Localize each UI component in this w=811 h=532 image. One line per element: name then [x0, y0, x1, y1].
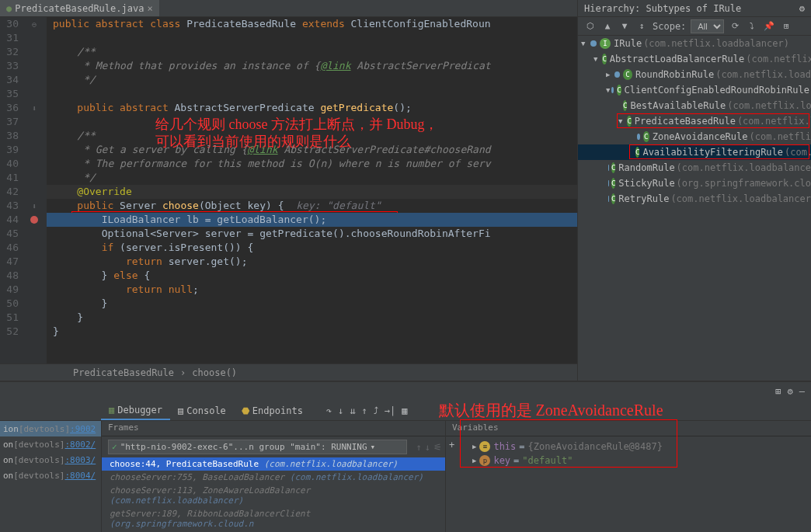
autoscroll-icon[interactable]: ⤵: [746, 20, 758, 33]
variables-panel: Variables + ▶ ≡ this = {ZoneAvoidanceRul…: [446, 421, 811, 532]
variable-row[interactable]: ▶ ≡ this = {ZoneAvoidanceRule@8487}: [449, 440, 808, 454]
expander-icon[interactable]: ▼: [581, 40, 589, 47]
variables-list[interactable]: + ▶ ≡ this = {ZoneAvoidanceRule@8487}▶ p…: [446, 436, 811, 532]
add-watch-icon[interactable]: +: [449, 440, 454, 450]
subtypes-icon[interactable]: ▼: [618, 20, 631, 33]
expander-icon[interactable]: ▼: [593, 55, 597, 63]
class-hierarchy-icon[interactable]: ⬡: [584, 20, 597, 33]
tree-node[interactable]: ▼CAbstractLoadBalancerRule (com.netflix.…: [578, 51, 811, 67]
tree-node[interactable]: CZoneAvoidanceRule (com.netfli: [578, 129, 811, 144]
stack-frame[interactable]: chooseServer:113, ZoneAwareLoadBalancer …: [102, 484, 445, 507]
variable-icon: p: [479, 455, 490, 466]
tree-node[interactable]: CRetryRule (com.netflix.loadbalancer: [578, 191, 811, 207]
code-line[interactable]: } else {: [47, 269, 577, 283]
hierarchy-tree[interactable]: ▼IIRule (com.netflix.loadbalancer)▼CAbst…: [578, 36, 811, 381]
gear-icon[interactable]: [799, 3, 805, 14]
code-line[interactable]: * Method that provides an instance of {@…: [47, 59, 577, 73]
chevron-down-icon: ▾: [371, 442, 376, 452]
variable-icon: ≡: [479, 441, 490, 452]
code-line[interactable]: [47, 31, 577, 45]
scope-select[interactable]: All: [691, 19, 724, 33]
code-line[interactable]: Optional<Server> server = getPredicate()…: [47, 227, 577, 241]
endpoints-icon: ⬣: [242, 405, 249, 416]
code-line[interactable]: }: [47, 325, 577, 339]
breakpoint-gutter[interactable]: ⊖⬇⬇: [22, 17, 47, 363]
code-line[interactable]: public Server choose(Object key) { key: …: [47, 199, 577, 213]
tree-node[interactable]: CAvailabilityFilteringRule (com.n: [578, 144, 811, 160]
code-line[interactable]: }: [47, 297, 577, 311]
tab-endpoints[interactable]: ⬣ Endpoints: [234, 402, 311, 419]
code-line[interactable]: [47, 115, 577, 129]
thread-selector[interactable]: ✓ "http-nio-9002-exec-6"...n group "main…: [108, 440, 407, 454]
force-step-into-icon[interactable]: ⇊: [350, 405, 355, 416]
debug-session[interactable]: on [devtools] :8004/: [0, 468, 101, 483]
variable-row[interactable]: ▶ p key = "default": [449, 454, 808, 468]
code-line[interactable]: /**: [47, 129, 577, 143]
restore-layout-icon[interactable]: ⊞: [775, 386, 781, 397]
run-to-cursor-icon[interactable]: →|: [385, 405, 395, 416]
tree-node[interactable]: ▼IIRule (com.netflix.loadbalancer): [578, 36, 811, 51]
tree-node[interactable]: CStickyRule (org.springframework.clo: [578, 176, 811, 191]
prev-frame-icon[interactable]: ↑: [416, 442, 422, 453]
expander-icon[interactable]: ▶: [606, 71, 613, 78]
supertypes-icon[interactable]: ▲: [601, 20, 614, 33]
code-line[interactable]: public abstract class PredicateBasedRule…: [47, 17, 577, 31]
code-line[interactable]: public abstract AbstractServerPredicate …: [47, 101, 577, 115]
tree-node[interactable]: ▶CRoundRobinRule (com.netflix.load: [578, 67, 811, 82]
hierarchy-title: Hierarchy: Subtypes of IRule: [584, 3, 741, 14]
gear-icon[interactable]: [788, 386, 793, 397]
debug-session[interactable]: on [devtools] :8002/: [0, 436, 101, 452]
filter-icon[interactable]: ⚟: [433, 442, 442, 453]
code-line[interactable]: [47, 87, 577, 101]
breadcrumb-class[interactable]: PredicateBasedRule: [70, 367, 177, 378]
refresh-icon[interactable]: ⟳: [729, 20, 741, 33]
next-frame-icon[interactable]: ↓: [425, 442, 430, 453]
breadcrumb-method[interactable]: choose(): [189, 367, 240, 378]
variables-title: Variables: [446, 421, 811, 436]
frames-title: Frames: [102, 421, 445, 436]
stack-frame[interactable]: chooseServer:755, BaseLoadBalancer (com.…: [102, 471, 445, 484]
minimize-icon[interactable]: [799, 386, 805, 397]
drop-frame-icon[interactable]: ⤴: [374, 405, 378, 416]
class-icon: C: [635, 147, 639, 158]
code-line[interactable]: /**: [47, 45, 577, 59]
tree-node[interactable]: ▼CPredicateBasedRule (com.netflix.lo: [578, 113, 811, 129]
code-line[interactable]: @Override: [47, 185, 577, 199]
code-line[interactable]: */: [47, 171, 577, 185]
expander-icon[interactable]: ▼: [618, 117, 622, 125]
debug-session[interactable]: ion [devtools] :9002: [0, 421, 101, 436]
tree-node[interactable]: CRandomRule (com.netflix.loadbalance: [578, 160, 811, 176]
code-line[interactable]: */: [47, 73, 577, 87]
code-line[interactable]: return null;: [47, 283, 577, 297]
step-out-icon[interactable]: ↑: [362, 405, 367, 416]
code-line[interactable]: * Get a server by calling {@link Abstrac…: [47, 143, 577, 157]
step-over-icon[interactable]: ↷: [326, 405, 332, 416]
tab-console[interactable]: ▤ Console: [170, 402, 234, 419]
editor-tab[interactable]: ● PredicateBasedRule.java ×: [0, 0, 159, 16]
pin-icon[interactable]: 📌: [763, 20, 775, 33]
frames-list[interactable]: choose:44, PredicateBasedRule (com.netfl…: [102, 457, 445, 530]
stack-frame[interactable]: getServer:189, RibbonLoadBalancerClient …: [102, 507, 445, 530]
hierarchy-header: Hierarchy: Subtypes of IRule: [578, 0, 811, 17]
tree-node[interactable]: CBestAvailableRule (com.netflix.loa: [578, 98, 811, 113]
frames-panel: Frames ✓ "http-nio-9002-exec-6"...n grou…: [101, 421, 446, 532]
evaluate-icon[interactable]: ▦: [402, 405, 407, 416]
step-into-icon[interactable]: ↓: [338, 405, 343, 416]
code-line[interactable]: return server.get();: [47, 255, 577, 269]
tree-node[interactable]: ▼CClientConfigEnabledRoundRobinRule: [578, 82, 811, 98]
class-icon: C: [617, 85, 621, 96]
code-line[interactable]: }: [47, 311, 577, 325]
sort-icon[interactable]: ↕: [635, 20, 648, 33]
expand-icon[interactable]: ⊞: [780, 20, 792, 33]
code-area[interactable]: 3031323334353637383940414243444546474849…: [0, 17, 577, 363]
expander-icon[interactable]: ▼: [606, 86, 610, 94]
close-icon[interactable]: ×: [147, 3, 152, 14]
code-line[interactable]: ILoadBalancer lb = getLoadBalancer();: [47, 213, 577, 227]
code-line[interactable]: * The performance for this method is O(n…: [47, 157, 577, 171]
breadcrumb[interactable]: PredicateBasedRule › choose(): [0, 363, 577, 381]
stack-frame[interactable]: choose:44, PredicateBasedRule (com.netfl…: [102, 457, 445, 471]
code-line[interactable]: if (server.isPresent()) {: [47, 241, 577, 255]
tab-debugger[interactable]: ▦ Debugger: [101, 402, 170, 420]
code-lines[interactable]: 给几个规则 choose 方法打上断点，并 Dubug， 可以看到当前使用的规则…: [47, 17, 577, 363]
debug-session[interactable]: on [devtools] :8003/: [0, 452, 101, 468]
